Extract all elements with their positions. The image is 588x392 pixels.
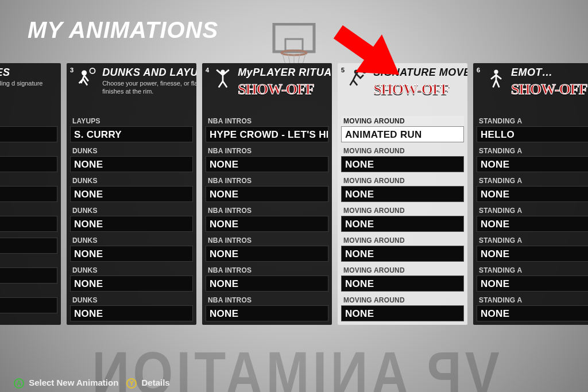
slot-value: NONE (477, 216, 588, 232)
animation-slot[interactable]: NBA INTROSNONE (206, 176, 328, 202)
animation-slot[interactable]: DUNKSNONE (70, 235, 193, 262)
show-off-badge: SHOW-OFF (238, 81, 332, 98)
animation-slot[interactable]: TATIONS (0, 257, 57, 284)
slot-value: NONE (341, 246, 464, 262)
panel-title: DUNKS AND LAYUPS (102, 67, 196, 79)
animation-slot[interactable]: MOVING AROUNDANIMATED RUN (341, 116, 464, 142)
slot-value: NONE (341, 186, 464, 202)
prompt-select[interactable]: A Select New Animation (14, 378, 118, 389)
animation-slot[interactable]: STANDING ANONE (477, 176, 588, 202)
animation-slot[interactable]: MOVING AROUNDNONE (341, 176, 464, 202)
animation-slot[interactable]: NBA INTROSNONE (206, 146, 328, 172)
slot-label: MOVING AROUND (341, 235, 464, 246)
animation-slot[interactable]: ND THE BACKS (0, 205, 57, 232)
svg-rect-1 (285, 39, 303, 51)
slot-label: NBA INTROS (206, 205, 328, 216)
animation-slot[interactable]: DUNKSNONE (70, 205, 193, 232)
animation-slot[interactable]: NBA INTROSHYPE CROWD - LET'S HEAR IT (206, 116, 328, 142)
slot-label: ND THE BACKS (0, 205, 57, 216)
slot-label: AT STYLES (0, 287, 57, 297)
animation-slot[interactable]: MOVING AROUNDNONE (341, 146, 464, 172)
slot-value: NONE (341, 275, 464, 292)
slot-value (0, 267, 57, 284)
panel-5[interactable]: 5SIGNATURE MOVEMENTSHOW-OFFMOVING AROUND… (338, 63, 467, 325)
panel-title: EMOT… (511, 67, 588, 79)
panel-2[interactable]: 2…LE MOVES…r driving ball handling d sig… (0, 63, 61, 325)
slot-value (0, 156, 57, 172)
slot-label: NBA INTROS (206, 235, 328, 246)
panel-4[interactable]: 4MyPLAYER RITUALSSHOW-OFFNBA INTROSHYPE … (202, 63, 332, 325)
slot-label: MOVING AROUND (341, 265, 464, 275)
animation-slot[interactable]: DUNKSNONE (70, 295, 193, 321)
animation-slot[interactable]: STANDING ANONE (477, 205, 588, 232)
prompt-details[interactable]: Y Details (126, 378, 169, 389)
footer-prompts: A Select New Animation Y Details (14, 378, 170, 389)
slot-label: LAYUPS (70, 116, 193, 126)
animation-slot[interactable]: DUNKSNONE (70, 146, 193, 172)
animation-slot[interactable]: MOVING AROUNDNONE (341, 235, 464, 262)
panel-description: Choose your power, finesse, or flashy fi… (102, 80, 196, 96)
panel-rows: STANDING AHELLOSTANDING ANONESTANDING AN… (473, 112, 588, 321)
animation-slot[interactable]: STANDING ANONE (477, 295, 588, 321)
panel-3[interactable]: 3DUNKS AND LAYUPSChoose your power, fine… (67, 63, 196, 325)
slot-label: DUNKS (70, 295, 193, 305)
animation-slot[interactable]: KAGES (0, 146, 57, 172)
panel-header: 2…LE MOVES…r driving ball handling d sig… (0, 63, 61, 112)
animation-slot[interactable] (0, 235, 57, 254)
slot-label: NBA INTROS (206, 176, 328, 186)
animation-slot[interactable]: LE (0, 116, 57, 142)
panel-carousel[interactable]: 2…LE MOVES…r driving ball handling d sig… (0, 63, 588, 325)
slot-value: NONE (70, 156, 193, 172)
animation-slot[interactable]: NBA INTROSNONE (206, 295, 328, 321)
slot-value: NONE (206, 156, 328, 172)
animation-slot[interactable]: AT STYLES (0, 287, 57, 313)
animation-slot[interactable]: MOVING AROUNDNONE (341, 205, 464, 232)
panel-silhouette-icon (212, 68, 233, 91)
slot-value: NONE (341, 216, 464, 232)
panel-silhouette-icon (348, 68, 369, 91)
animation-slot[interactable]: STANDING ANONE (477, 265, 588, 292)
panel-6[interactable]: 6EMOT…SHOW-OFFSTANDING AHELLOSTANDING AN… (473, 63, 588, 325)
slot-label: SSOVERS (0, 176, 57, 186)
slot-label: STANDING A (477, 176, 588, 186)
panel-title: SIGNATURE MOVEMENT (373, 67, 467, 79)
slot-value: NONE (70, 275, 193, 292)
animation-slot[interactable]: STANDING AHELLO (477, 116, 588, 142)
slot-value: HELLO (477, 126, 588, 142)
animation-slot[interactable]: LAYUPSS. CURRY (70, 116, 193, 142)
slot-label: MOVING AROUND (341, 176, 464, 186)
slot-value: HYPE CROWD - LET'S HEAR IT (206, 126, 328, 142)
animation-slot[interactable]: STANDING ANONE (477, 235, 588, 262)
show-off-badge: SHOW-OFF (373, 81, 467, 98)
panel-number: 3 (70, 67, 74, 73)
panel-number: 4 (206, 67, 209, 73)
panel-number: 6 (477, 67, 482, 73)
slot-label: NBA INTROS (206, 116, 328, 126)
backboard-hoop-icon (262, 23, 326, 69)
panel-silhouette-icon (77, 68, 98, 91)
slot-value (0, 216, 57, 232)
animation-slot[interactable]: DUNKSNONE (70, 265, 193, 292)
animation-slot[interactable]: MOVING AROUNDNONE (341, 295, 464, 321)
animation-slot[interactable]: NBA INTROSNONE (206, 205, 328, 232)
panel-rows: NBA INTROSHYPE CROWD - LET'S HEAR ITNBA … (202, 112, 332, 321)
slot-label: NBA INTROS (206, 146, 328, 156)
animation-slot[interactable]: STANDING ANONE (477, 146, 588, 172)
slot-label: DUNKS (70, 235, 193, 246)
animation-slot[interactable]: NBA INTROSNONE (206, 235, 328, 262)
slot-value: S. CURRY (70, 126, 193, 142)
slot-value: NONE (70, 186, 193, 202)
slot-label: MOVING AROUND (341, 205, 464, 216)
panel-rows: MOVING AROUNDANIMATED RUNMOVING AROUNDNO… (338, 112, 467, 321)
animation-slot[interactable]: MOVING AROUNDNONE (341, 265, 464, 292)
panel-silhouette-icon (486, 68, 506, 91)
slot-value: NONE (477, 186, 588, 202)
animation-slot[interactable]: SSOVERS (0, 176, 57, 202)
slot-value: NONE (477, 305, 588, 321)
show-off-badge: SHOW-OFF (511, 81, 588, 98)
slot-value: NONE (206, 186, 328, 202)
slot-value: ANIMATED RUN (341, 126, 464, 142)
slot-value: NONE (206, 216, 328, 232)
animation-slot[interactable]: DUNKSNONE (70, 176, 193, 202)
animation-slot[interactable]: NBA INTROSNONE (206, 265, 328, 292)
